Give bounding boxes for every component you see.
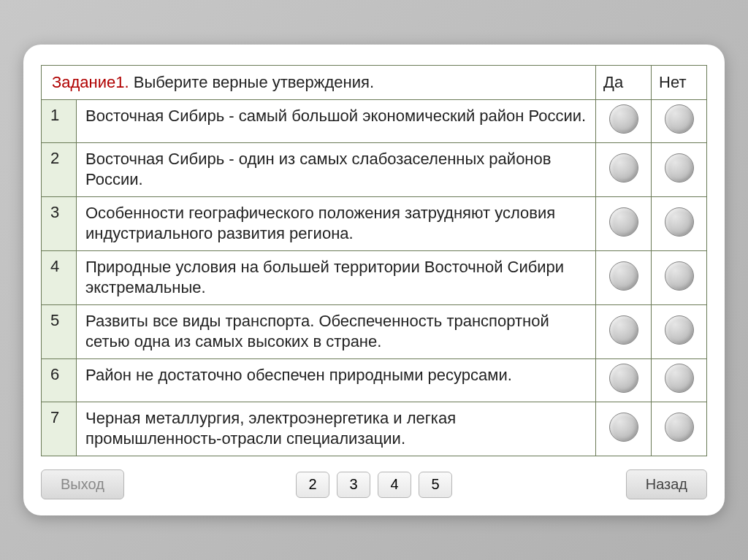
yes-cell xyxy=(596,359,652,402)
yes-radio[interactable] xyxy=(609,261,638,291)
no-cell xyxy=(652,143,707,197)
table-row: 1Восточная Сибирь - самый большой эконом… xyxy=(42,100,707,143)
table-row: 5Развиты все виды транспорта. Обеспеченн… xyxy=(42,305,707,359)
no-radio[interactable] xyxy=(665,104,694,134)
row-text: Восточная Сибирь - самый большой экономи… xyxy=(77,100,596,143)
row-text: Природные условия на большей территории … xyxy=(77,251,596,305)
no-cell xyxy=(652,100,707,143)
row-number: 3 xyxy=(42,197,77,251)
no-cell xyxy=(652,402,707,456)
no-cell xyxy=(652,251,707,305)
yes-radio[interactable] xyxy=(609,315,638,345)
row-number: 5 xyxy=(42,305,77,359)
yes-radio[interactable] xyxy=(609,153,638,183)
yes-radio[interactable] xyxy=(609,104,638,134)
yes-radio[interactable] xyxy=(609,207,638,237)
exit-button[interactable]: Выход xyxy=(41,469,124,499)
page-buttons: 2345 xyxy=(296,472,452,498)
no-cell xyxy=(652,197,707,251)
no-radio[interactable] xyxy=(665,153,694,183)
no-radio[interactable] xyxy=(665,207,694,237)
row-number: 6 xyxy=(42,359,77,402)
no-radio[interactable] xyxy=(665,413,694,442)
yes-cell xyxy=(596,100,652,143)
no-radio[interactable] xyxy=(665,261,694,291)
row-number: 7 xyxy=(42,402,77,456)
no-cell xyxy=(652,359,707,402)
no-radio[interactable] xyxy=(665,315,694,345)
yes-radio[interactable] xyxy=(609,364,638,393)
table-row: 2Восточная Сибирь - один из самых слабоз… xyxy=(42,143,707,197)
yes-cell xyxy=(596,197,652,251)
quiz-card: Задание1. Выберите верные утверждения. Д… xyxy=(23,45,725,515)
row-text: Восточная Сибирь - один из самых слабоза… xyxy=(77,143,596,197)
table-row: 3Особенности географического положения з… xyxy=(42,197,707,251)
quiz-table: Задание1. Выберите верные утверждения. Д… xyxy=(41,65,707,456)
page-button-2[interactable]: 2 xyxy=(296,472,329,498)
header-no: Нет xyxy=(652,66,707,100)
header-row: Задание1. Выберите верные утверждения. Д… xyxy=(42,66,707,100)
yes-radio[interactable] xyxy=(609,413,638,442)
page-button-4[interactable]: 4 xyxy=(378,472,411,498)
row-number: 4 xyxy=(42,251,77,305)
header-yes: Да xyxy=(596,66,652,100)
yes-cell xyxy=(596,402,652,456)
yes-cell xyxy=(596,251,652,305)
footer: Выход 2345 Назад xyxy=(41,469,707,499)
row-text: Особенности географического положения за… xyxy=(77,197,596,251)
yes-cell xyxy=(596,143,652,197)
row-text: Район не достаточно обеспечен природными… xyxy=(77,359,596,402)
row-number: 2 xyxy=(42,143,77,197)
page-button-3[interactable]: 3 xyxy=(337,472,370,498)
no-radio[interactable] xyxy=(665,364,694,393)
table-row: 6Район не достаточно обеспечен природным… xyxy=(42,359,707,402)
no-cell xyxy=(652,305,707,359)
back-button[interactable]: Назад xyxy=(626,469,707,499)
row-number: 1 xyxy=(42,100,77,143)
row-text: Черная металлургия, электроэнергетика и … xyxy=(77,402,596,456)
task-title: Выберите верные утверждения. xyxy=(134,73,374,91)
task-label: Задание1. xyxy=(52,73,129,91)
table-row: 4Природные условия на большей территории… xyxy=(42,251,707,305)
page-button-5[interactable]: 5 xyxy=(419,472,452,498)
yes-cell xyxy=(596,305,652,359)
header-title-cell: Задание1. Выберите верные утверждения. xyxy=(42,66,596,100)
row-text: Развиты все виды транспорта. Обеспеченно… xyxy=(77,305,596,359)
table-row: 7Черная металлургия, электроэнергетика и… xyxy=(42,402,707,456)
